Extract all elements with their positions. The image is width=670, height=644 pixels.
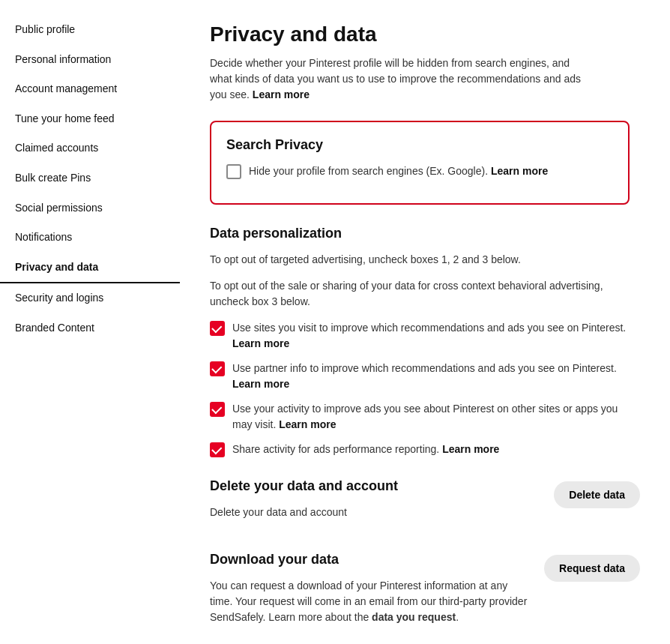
dp-checkbox-2[interactable] <box>210 361 225 376</box>
search-privacy-title: Search Privacy <box>226 137 613 153</box>
data-personalization-desc2: To opt out of the sale or sharing of you… <box>210 278 630 310</box>
delete-data-button[interactable]: Delete data <box>554 481 640 508</box>
download-data-section: Download your data You can request a dow… <box>210 552 640 636</box>
dp-checkbox-4[interactable] <box>210 442 225 457</box>
data-personalization-checkboxes: Use sites you visit to improve which rec… <box>210 320 630 457</box>
download-data-content: Download your data You can request a dow… <box>210 552 529 636</box>
delete-data-description: Delete your data and account <box>210 505 539 520</box>
dp-checkbox-label-2: Use partner info to improve which recomm… <box>232 361 630 392</box>
search-privacy-row: Hide your profile from search engines (E… <box>226 163 613 179</box>
search-privacy-section: Search Privacy Hide your profile from se… <box>210 121 630 205</box>
page-title: Privacy and data <box>210 22 640 46</box>
search-privacy-checkbox[interactable] <box>226 164 241 179</box>
sidebar-item-claimed-accounts[interactable]: Claimed accounts <box>0 133 180 163</box>
dp-checkbox-label-4: Share activity for ads performance repor… <box>232 442 499 457</box>
dp-checkbox-3[interactable] <box>210 402 225 417</box>
dp-learn-more-4[interactable]: Learn more <box>442 443 499 455</box>
delete-data-content: Delete your data and account Delete your… <box>210 478 539 531</box>
delete-data-section: Delete your data and account Delete your… <box>210 478 640 531</box>
sidebar-item-privacy-and-data[interactable]: Privacy and data <box>0 253 180 284</box>
sidebar-item-tune-home-feed[interactable]: Tune your home feed <box>0 104 180 134</box>
sidebar-item-bulk-create-pins[interactable]: Bulk create Pins <box>0 163 180 193</box>
main-content: Privacy and data Decide whether your Pin… <box>180 0 670 644</box>
sidebar-item-notifications[interactable]: Notifications <box>0 223 180 253</box>
search-privacy-label: Hide your profile from search engines (E… <box>249 163 548 179</box>
sidebar-item-account-management[interactable]: Account management <box>0 74 180 104</box>
dp-checkbox-row-3: Use your activity to improve ads you see… <box>210 401 630 433</box>
page-description: Decide whether your Pinterest profile wi… <box>210 55 585 103</box>
delete-data-title: Delete your data and account <box>210 478 539 494</box>
download-data-description: You can request a download of your Pinte… <box>210 578 529 625</box>
dp-learn-more-2[interactable]: Learn more <box>232 378 289 390</box>
data-personalization-title: Data personalization <box>210 226 630 241</box>
description-learn-more[interactable]: Learn more <box>253 88 310 100</box>
dp-checkbox-1[interactable] <box>210 321 225 336</box>
download-data-title: Download your data <box>210 552 529 568</box>
data-personalization-section: Data personalization To opt out of targe… <box>210 226 630 457</box>
request-data-button[interactable]: Request data <box>544 555 640 582</box>
dp-checkbox-label-1: Use sites you visit to improve which rec… <box>232 320 630 352</box>
sidebar-item-branded-content[interactable]: Branded Content <box>0 313 180 343</box>
dp-checkbox-row-1: Use sites you visit to improve which rec… <box>210 320 630 352</box>
dp-checkbox-label-3: Use your activity to improve ads you see… <box>232 401 630 433</box>
search-privacy-learn-more[interactable]: Learn more <box>491 165 548 177</box>
dp-learn-more-3[interactable]: Learn more <box>279 418 336 430</box>
sidebar-item-personal-information[interactable]: Personal information <box>0 45 180 75</box>
dp-checkbox-row-2: Use partner info to improve which recomm… <box>210 361 630 392</box>
sidebar: Public profilePersonal informationAccoun… <box>0 0 180 644</box>
sidebar-item-security-and-logins[interactable]: Security and logins <box>0 283 180 313</box>
data-personalization-desc1: To opt out of targeted advertising, unch… <box>210 252 630 268</box>
dp-checkbox-row-4: Share activity for ads performance repor… <box>210 442 630 457</box>
dp-learn-more-1[interactable]: Learn more <box>232 337 289 349</box>
sidebar-item-public-profile[interactable]: Public profile <box>0 15 180 45</box>
sidebar-item-social-permissions[interactable]: Social permissions <box>0 193 180 223</box>
